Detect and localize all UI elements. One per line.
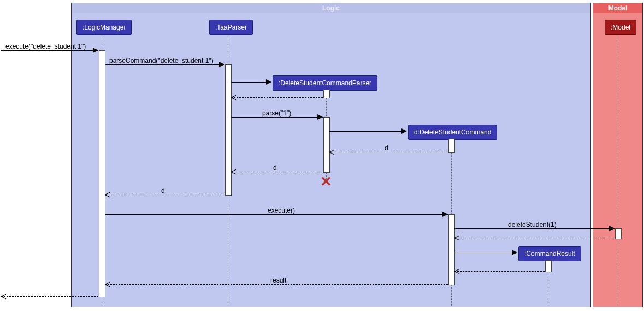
arrow-create-cr — [454, 253, 516, 253]
participant-cr: :CommandResult — [518, 246, 581, 261]
ah-create-cr — [512, 250, 517, 255]
lifeline-model — [618, 35, 618, 306]
activation-lm — [99, 50, 105, 297]
msg-result: result — [270, 277, 286, 284]
frame-logic: Logic — [71, 3, 591, 307]
arrow-ret-model — [454, 238, 615, 238]
frame-model-label: Model — [593, 3, 642, 13]
arrow-result — [105, 284, 448, 285]
arrow-ret-cr — [454, 271, 545, 272]
activation-dscp-1 — [323, 90, 330, 98]
msg-d2: d — [273, 164, 277, 172]
destroy-dscp-icon: ✕ — [320, 175, 333, 188]
participant-dscp: :DeleteStudentCommandParser — [273, 75, 377, 91]
participant-taaparser: :TaaParser — [209, 20, 253, 35]
activation-tp — [225, 64, 232, 196]
ah-create-dsc — [401, 128, 407, 134]
arrow-parsecommand — [105, 64, 224, 65]
msg-parsecommand: parseCommand("delete_student 1") — [109, 57, 214, 64]
msg-execute: execute() — [268, 207, 295, 214]
arrow-create-dscp — [231, 82, 270, 83]
ah-execute-in — [93, 48, 98, 53]
ah-parse — [317, 114, 323, 120]
participant-dsc: d:DeleteStudentCommand — [408, 125, 497, 140]
ah-execute — [442, 212, 448, 217]
sequence-diagram: Logic Model :LogicManager :TaaParser :De… — [0, 0, 644, 311]
msg-d3: d — [161, 187, 165, 195]
ah-create-dscp — [266, 79, 271, 85]
arrow-create-dsc — [329, 131, 406, 132]
activation-dscp-2 — [323, 117, 330, 173]
arrow-d1 — [329, 152, 448, 152]
activation-dsc-1 — [448, 139, 455, 153]
msg-execute-in: execute("delete_student 1") — [5, 43, 86, 50]
arrow-ret-ext — [1, 296, 98, 297]
arrow-deletestudent — [454, 228, 615, 229]
ah-deletestudent — [609, 226, 615, 231]
arrow-execute — [105, 214, 448, 215]
arrow-d3 — [105, 195, 224, 195]
participant-model: :Model — [605, 20, 636, 35]
arrow-d2 — [231, 172, 323, 172]
activation-cr — [545, 260, 552, 272]
arrow-parse — [231, 117, 323, 118]
msg-d1: d — [385, 144, 388, 152]
ah-parsecommand — [219, 62, 224, 67]
activation-mdl — [615, 228, 622, 239]
participant-logicmanager: :LogicManager — [76, 20, 132, 35]
arrow-ret-dscp1 — [231, 97, 323, 98]
activation-dsc-2 — [448, 214, 455, 285]
msg-deletestudent: deleteStudent(1) — [508, 221, 557, 228]
msg-parse: parse("1") — [262, 109, 291, 117]
frame-logic-label: Logic — [72, 3, 590, 13]
arrow-execute-in — [1, 50, 98, 51]
